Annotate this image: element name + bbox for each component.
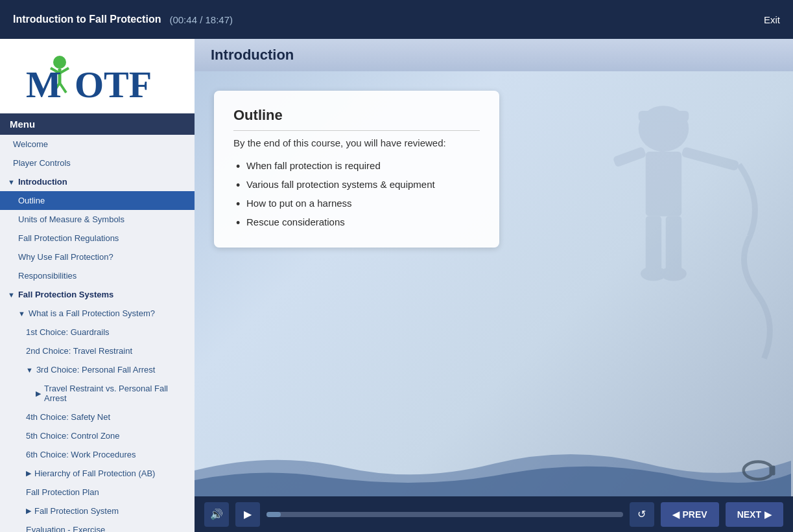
next-label: NEXT xyxy=(737,509,761,520)
sidebar-item-player-controls[interactable]: Player Controls xyxy=(0,154,195,172)
reload-button[interactable]: ↺ xyxy=(630,502,654,527)
5th-choice-label: 5th Choice: Control Zone xyxy=(26,431,120,441)
sidebar-item-4th-choice[interactable]: 4th Choice: Safety Net xyxy=(0,408,195,426)
section-title: Introduction xyxy=(211,47,777,64)
svg-text:M: M xyxy=(26,64,62,102)
svg-rect-11 xyxy=(613,146,647,168)
svg-point-17 xyxy=(744,462,773,480)
wave-decoration xyxy=(195,445,791,496)
why-use-label: Why Use Fall Protection? xyxy=(18,252,113,262)
what-is-fps-arrow xyxy=(18,310,25,318)
outline-title: Outline xyxy=(233,107,480,131)
prev-button[interactable]: ◀ PREV xyxy=(661,502,719,527)
sidebar-item-why-use[interactable]: Why Use Fall Protection? xyxy=(0,248,195,266)
responsibilities-label: Responsibilities xyxy=(18,271,77,281)
slide-area: Outline By the end of this course, you w… xyxy=(195,71,793,496)
svg-point-16 xyxy=(661,266,687,281)
welcome-label: Welcome xyxy=(13,139,48,149)
svg-rect-10 xyxy=(646,152,681,216)
sidebar-item-hierarchy[interactable]: Hierarchy of Fall Protection (AB) xyxy=(0,464,195,483)
main-layout: M OTF Menu Welcome Player Controls Intro… xyxy=(0,39,793,532)
sidebar-item-units[interactable]: Units of Measure & Symbols xyxy=(0,210,195,229)
reload-icon: ↺ xyxy=(637,508,646,520)
fall-protection-plan-label: Fall Protection Plan xyxy=(26,487,99,497)
fps-label: Fall Protection Systems xyxy=(18,290,113,299)
bullet-3: How to put on a harness xyxy=(233,194,480,213)
fall-protection-system-arrow xyxy=(26,507,31,515)
next-button[interactable]: NEXT ▶ xyxy=(726,502,783,527)
svg-text:OTF: OTF xyxy=(75,64,152,102)
sidebar-item-introduction[interactable]: Introduction xyxy=(0,172,195,191)
svg-rect-18 xyxy=(770,466,775,476)
player-controls-label: Player Controls xyxy=(13,158,71,168)
menu-label: Menu xyxy=(0,113,195,135)
svg-rect-13 xyxy=(646,216,661,274)
svg-rect-12 xyxy=(681,146,740,171)
sidebar-item-fall-protection-regs[interactable]: Fall Protection Regulations xyxy=(0,229,195,248)
section-title-bar: Introduction xyxy=(195,39,793,71)
units-label: Units of Measure & Symbols xyxy=(18,214,124,224)
sidebar-item-fall-protection-system[interactable]: Fall Protection System xyxy=(0,502,195,520)
hierarchy-label: Hierarchy of Fall Protection (AB) xyxy=(34,468,155,478)
progress-bar[interactable] xyxy=(266,512,623,517)
carabiner-decoration xyxy=(741,457,780,483)
outline-bullets: When fall protection is required Various… xyxy=(233,156,480,231)
sidebar-item-2nd-choice[interactable]: 2nd Choice: Travel Restraint xyxy=(0,341,195,360)
introduction-label: Introduction xyxy=(18,177,67,187)
fps-arrow xyxy=(8,291,15,299)
sidebar-item-5th-choice[interactable]: 5th Choice: Control Zone xyxy=(0,426,195,445)
bullet-4: Rescue considerations xyxy=(233,213,480,231)
hierarchy-arrow xyxy=(26,469,31,478)
2nd-choice-label: 2nd Choice: Travel Restraint xyxy=(26,346,132,356)
6th-choice-label: 6th Choice: Work Procedures xyxy=(26,450,136,459)
svg-rect-14 xyxy=(666,216,681,274)
nav-list: Welcome Player Controls Introduction Out… xyxy=(0,135,195,532)
1st-choice-label: 1st Choice: Guardrails xyxy=(26,327,110,337)
play-icon: ▶ xyxy=(244,508,252,520)
sidebar-item-1st-choice[interactable]: 1st Choice: Guardrails xyxy=(0,323,195,341)
volume-icon: 🔊 xyxy=(210,508,223,520)
sidebar-item-what-is-fps[interactable]: What is a Fall Protection System? xyxy=(0,304,195,323)
exit-button[interactable]: Exit xyxy=(764,14,780,25)
next-arrow-icon: ▶ xyxy=(764,509,772,520)
course-time: (00:44 / 18:47) xyxy=(169,14,233,25)
4th-choice-label: 4th Choice: Safety Net xyxy=(26,412,110,422)
progress-fill xyxy=(266,512,281,517)
sidebar: M OTF Menu Welcome Player Controls Intro… xyxy=(0,39,195,532)
prev-arrow-icon: ◀ xyxy=(672,509,680,520)
outline-card: Outline By the end of this course, you w… xyxy=(214,91,499,248)
3rd-choice-label: 3rd Choice: Personal Fall Arrest xyxy=(36,365,156,375)
svg-rect-9 xyxy=(639,111,689,122)
bullet-2: Various fall protection systems & equipm… xyxy=(233,175,480,194)
logo-area: M OTF xyxy=(0,39,195,113)
introduction-arrow xyxy=(8,178,15,186)
outline-intro: By the end of this course, you will have… xyxy=(233,137,480,148)
what-is-fps-label: What is a Fall Protection System? xyxy=(29,308,155,318)
3rd-choice-arrow xyxy=(26,366,33,374)
sidebar-item-fall-protection-plan[interactable]: Fall Protection Plan xyxy=(0,483,195,502)
sidebar-item-6th-choice[interactable]: 6th Choice: Work Procedures xyxy=(0,445,195,464)
sidebar-item-fps-section[interactable]: Fall Protection Systems xyxy=(0,285,195,304)
sidebar-item-3rd-choice[interactable]: 3rd Choice: Personal Fall Arrest xyxy=(0,360,195,379)
outline-label: Outline xyxy=(18,196,45,205)
bullet-1: When fall protection is required xyxy=(233,156,480,175)
player-bar: 🔊 ▶ ↺ ◀ PREV NEXT ▶ xyxy=(195,496,793,532)
content-area: Introduction xyxy=(195,39,793,532)
volume-button[interactable]: 🔊 xyxy=(204,502,229,527)
fall-protection-system-label: Fall Protection System xyxy=(34,506,119,516)
sidebar-item-responsibilities[interactable]: Responsibilities xyxy=(0,266,195,285)
sidebar-item-outline[interactable]: Outline xyxy=(0,191,195,210)
course-title: Introduction to Fall Protection xyxy=(13,14,161,25)
travel-vs-personal-arrow xyxy=(36,389,41,398)
sidebar-item-travel-vs-personal[interactable]: Travel Restraint vs. Personal Fall Arres… xyxy=(0,379,195,408)
sidebar-item-evaluation[interactable]: Evaluation - Exercise xyxy=(0,520,195,532)
logo: M OTF xyxy=(26,51,169,102)
play-button[interactable]: ▶ xyxy=(235,502,260,527)
fall-regs-label: Fall Protection Regulations xyxy=(18,233,119,243)
top-header: Introduction to Fall Protection (00:44 /… xyxy=(0,0,793,39)
travel-vs-personal-label: Travel Restraint vs. Personal Fall Arres… xyxy=(44,384,185,403)
evaluation-label: Evaluation - Exercise xyxy=(26,525,105,532)
prev-label: PREV xyxy=(683,509,707,520)
sidebar-item-welcome[interactable]: Welcome xyxy=(0,135,195,154)
